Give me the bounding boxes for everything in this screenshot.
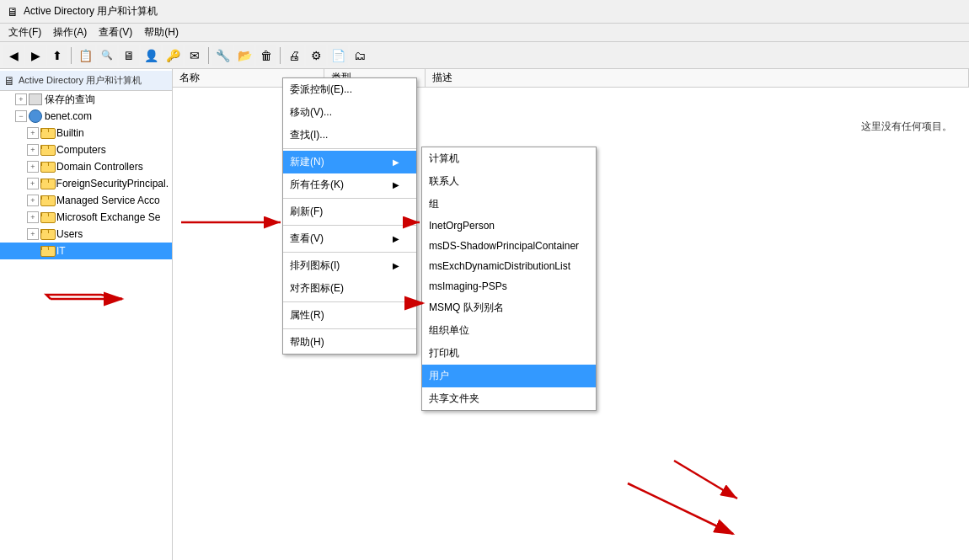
- col-header-desc: 描述: [426, 69, 969, 87]
- menu-action[interactable]: 操作(A): [48, 24, 92, 41]
- submenu-inetorgperson[interactable]: InetOrgPerson: [422, 216, 596, 236]
- context-all-tasks[interactable]: 所有任务(K) ▶: [283, 173, 416, 196]
- tree-item-it[interactable]: IT: [0, 243, 172, 259]
- submenu-user[interactable]: 用户: [422, 365, 596, 387]
- context-arrange-icons[interactable]: 排列图标(I) ▶: [283, 254, 416, 277]
- tree-label-dc: Domain Controllers: [56, 161, 143, 173]
- toolbar-btn13[interactable]: 🗂: [350, 45, 370, 66]
- tree-expand-users[interactable]: [27, 228, 39, 240]
- menu-view[interactable]: 查看(V): [94, 24, 137, 41]
- tree-expand-computers[interactable]: [27, 144, 39, 156]
- context-view[interactable]: 查看(V) ▶: [283, 227, 416, 250]
- toolbar-btn2[interactable]: 🔍: [97, 45, 117, 66]
- toolbar-btn12[interactable]: 📄: [328, 45, 348, 66]
- context-help[interactable]: 帮助(H): [283, 331, 416, 354]
- new-submenu-arrow: ▶: [393, 157, 399, 167]
- tree-expand-domain[interactable]: [15, 110, 27, 122]
- toolbar: ◀ ▶ ⬆ 📋 🔍 🖥 👤 🔑 ✉ 🔧 📂 🗑 🖨 ⚙ 📄 🗂: [0, 42, 969, 69]
- tree-label-exchange: Microsoft Exchange Se: [56, 211, 160, 223]
- folder-it-icon: [40, 246, 54, 257]
- tree-label-foreign: ForeignSecurityPrincipal.: [56, 178, 169, 189]
- tree-label-users: Users: [56, 228, 83, 240]
- menu-bar: 文件(F) 操作(A) 查看(V) 帮助(H): [0, 24, 969, 42]
- submenu-group[interactable]: 组: [422, 193, 596, 216]
- tree-item-users[interactable]: Users: [0, 226, 172, 243]
- toolbar-back[interactable]: ◀: [3, 45, 24, 66]
- empty-message: 这里没有任何项目。: [861, 120, 952, 134]
- toolbar-btn4[interactable]: 👤: [141, 45, 161, 66]
- submenu-msmq[interactable]: MSMQ 队列别名: [422, 296, 596, 319]
- submenu-computer[interactable]: 计算机: [422, 147, 596, 170]
- tree-item-domain-controllers[interactable]: Domain Controllers: [0, 158, 172, 175]
- toolbar-btn7[interactable]: 🔧: [212, 45, 233, 66]
- toolbar-btn11[interactable]: ⚙: [306, 45, 326, 66]
- view-submenu-arrow: ▶: [393, 234, 399, 243]
- title-bar-text: Active Directory 用户和计算机: [24, 4, 158, 19]
- right-panel: 名称 类型 描述 这里没有任何项目。 委派控制(E)... 移动(V)... 查…: [173, 69, 969, 560]
- toolbar-up[interactable]: ⬆: [47, 45, 67, 66]
- toolbar-btn5[interactable]: 🔑: [163, 45, 183, 66]
- tree-expand-saved[interactable]: [15, 93, 27, 105]
- new-submenu: 计算机 联系人 组 InetOrgPerson msDS-ShadowPrinc…: [421, 147, 597, 411]
- left-panel: 🖥 Active Directory 用户和计算机 保存的查询 benet.co…: [0, 69, 173, 560]
- menu-help[interactable]: 帮助(H): [139, 24, 184, 41]
- folder-computers-icon: [40, 145, 54, 156]
- folder-exchange-icon: [40, 212, 54, 223]
- tree-item-exchange[interactable]: Microsoft Exchange Se: [0, 209, 172, 226]
- tree-label-builtin: Builtin: [56, 127, 84, 139]
- tree-item-saved-queries[interactable]: 保存的查询: [0, 91, 172, 108]
- main-container: 🖥 Active Directory 用户和计算机 保存的查询 benet.co…: [0, 69, 969, 560]
- svg-line-5: [674, 461, 737, 499]
- all-tasks-submenu-arrow: ▶: [393, 180, 399, 189]
- toolbar-btn6[interactable]: ✉: [185, 45, 205, 66]
- tree-item-builtin[interactable]: Builtin: [0, 125, 172, 141]
- folder-dc-icon: [40, 162, 54, 173]
- toolbar-btn3[interactable]: 🖥: [119, 45, 139, 66]
- title-bar: 🖥 Active Directory 用户和计算机: [0, 0, 969, 24]
- context-properties[interactable]: 属性(R): [283, 304, 416, 327]
- tree-item-managed[interactable]: Managed Service Acco: [0, 192, 172, 209]
- saved-queries-icon: [29, 93, 42, 105]
- submenu-org-unit[interactable]: 组织单位: [422, 319, 596, 342]
- context-delegate[interactable]: 委派控制(E)...: [283, 78, 416, 101]
- context-menu: 委派控制(E)... 移动(V)... 查找(I)... 新建(N) ▶ 所有任…: [282, 77, 417, 355]
- folder-builtin-icon: [40, 128, 54, 139]
- context-align-icons[interactable]: 对齐图标(E): [283, 277, 416, 300]
- toolbar-btn10[interactable]: 🖨: [284, 45, 304, 66]
- toolbar-forward[interactable]: ▶: [25, 45, 46, 66]
- tree-root-header: 🖥 Active Directory 用户和计算机: [0, 71, 172, 91]
- folder-users-icon: [40, 229, 54, 240]
- tree-expand-foreign[interactable]: [27, 178, 39, 189]
- folder-managed-icon: [40, 195, 54, 206]
- tree-item-computers[interactable]: Computers: [0, 141, 172, 158]
- toolbar-btn1[interactable]: 📋: [75, 45, 95, 66]
- title-bar-icon: 🖥: [7, 5, 19, 19]
- tree-expand-exchange[interactable]: [27, 211, 39, 223]
- context-new[interactable]: 新建(N) ▶: [283, 151, 416, 173]
- menu-file[interactable]: 文件(F): [3, 24, 46, 41]
- context-find[interactable]: 查找(I)...: [283, 124, 416, 147]
- tree-item-foreign[interactable]: ForeignSecurityPrincipal.: [0, 175, 172, 192]
- tree-label-domain: benet.com: [45, 110, 92, 122]
- toolbar-btn8[interactable]: 📂: [234, 45, 254, 66]
- tree-label-managed: Managed Service Acco: [56, 195, 160, 206]
- submenu-shared-folder[interactable]: 共享文件夹: [422, 387, 596, 410]
- toolbar-btn9[interactable]: 🗑: [256, 45, 276, 66]
- tree-label-computers: Computers: [56, 144, 106, 156]
- tree-root-label: Active Directory 用户和计算机: [19, 74, 142, 87]
- domain-icon: [29, 109, 42, 123]
- tree-expand-dc[interactable]: [27, 161, 39, 173]
- folder-foreign-icon: [40, 179, 54, 189]
- submenu-msimaging[interactable]: msImaging-PSPs: [422, 276, 596, 296]
- tree-expand-builtin[interactable]: [27, 127, 39, 139]
- submenu-msexch-dynamic[interactable]: msExchDynamicDistributionList: [422, 256, 596, 276]
- context-move[interactable]: 移动(V)...: [283, 101, 416, 124]
- tree-root-icon: 🖥: [3, 74, 15, 88]
- submenu-msds-shadow[interactable]: msDS-ShadowPrincipalContainer: [422, 236, 596, 256]
- submenu-printer[interactable]: 打印机: [422, 342, 596, 365]
- context-refresh[interactable]: 刷新(F): [283, 200, 416, 223]
- tree-expand-it: [27, 245, 39, 257]
- submenu-contact[interactable]: 联系人: [422, 170, 596, 193]
- tree-expand-managed[interactable]: [27, 195, 39, 206]
- tree-item-domain[interactable]: benet.com: [0, 108, 172, 125]
